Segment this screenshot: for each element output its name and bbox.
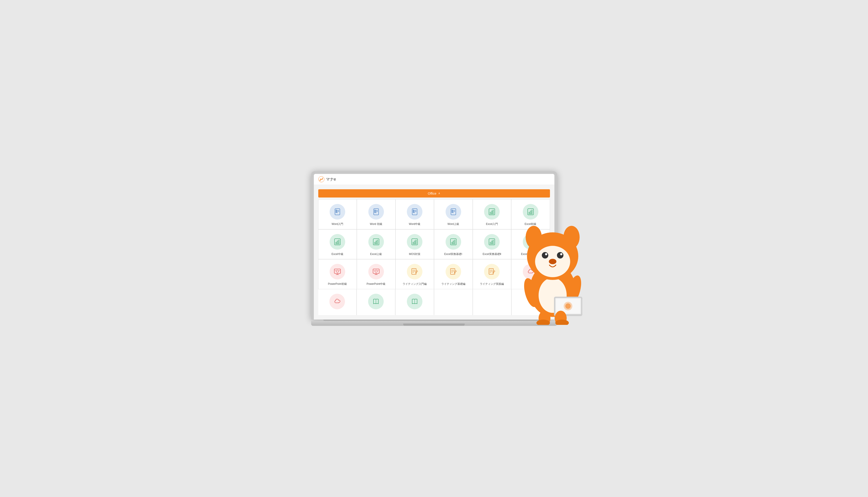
chart-bar-icon-circle: [446, 234, 461, 250]
svg-point-99: [557, 252, 563, 258]
course-cell-partial: [434, 289, 473, 315]
course-cell[interactable]: Excel入門: [473, 199, 511, 229]
document-list-icon-circle: [368, 204, 384, 219]
course-cell[interactable]: Excel初級: [511, 199, 550, 229]
cloud-icon-circle: [329, 294, 345, 309]
svg-point-1: [320, 180, 320, 181]
course-label: Word中級: [409, 222, 420, 226]
course-label: Office 365: [524, 282, 537, 286]
svg-rect-20: [413, 210, 414, 210]
document-list-icon-circle: [407, 204, 422, 219]
svg-rect-52: [453, 241, 454, 244]
chart-bar-icon-circle: [523, 204, 538, 219]
presentation-icon-circle: [368, 264, 384, 280]
course-label: ライティング実践編: [480, 282, 504, 286]
svg-line-71: [377, 270, 379, 271]
laptop-base: [311, 321, 557, 326]
course-label: Excel上級: [370, 252, 382, 256]
svg-rect-47: [413, 242, 414, 244]
laptop: マナe Office ∧ Wor: [311, 171, 557, 326]
svg-rect-59: [529, 242, 530, 244]
partial-row: [318, 289, 550, 315]
svg-rect-55: [490, 242, 491, 244]
section-header[interactable]: Office ∧: [318, 189, 550, 198]
document-list-icon-circle: [446, 204, 461, 219]
course-label: Excel初級: [524, 222, 536, 226]
scene: マナe Office ∧ Wor: [289, 171, 579, 326]
svg-rect-21: [413, 211, 414, 212]
cloud-icon-circle: [523, 264, 538, 280]
course-cell[interactable]: ライティング入門編: [396, 259, 434, 289]
svg-rect-106: [556, 299, 580, 313]
svg-point-100: [560, 253, 562, 255]
chart-bar-icon-circle: [368, 234, 384, 250]
svg-point-95: [564, 226, 580, 248]
course-cell[interactable]: Word入門: [318, 199, 357, 229]
app-content: Office ∧ Word入門 Word 初級: [314, 185, 554, 320]
course-label: Word上級: [448, 222, 459, 226]
svg-point-107: [564, 302, 573, 310]
document-list-icon-circle: [330, 204, 345, 219]
book-open-icon-circle: [407, 294, 422, 309]
svg-rect-51: [452, 242, 452, 244]
course-cell[interactable]: Excel実務基礎Ⅲ: [511, 230, 550, 259]
svg-rect-32: [491, 211, 492, 214]
svg-rect-13: [375, 210, 375, 210]
logo-icon: [318, 176, 324, 182]
svg-rect-35: [529, 212, 530, 214]
svg-rect-37: [532, 210, 532, 214]
svg-rect-56: [491, 241, 492, 244]
svg-rect-14: [375, 211, 375, 212]
course-cell-partial: [512, 289, 550, 315]
svg-rect-53: [454, 240, 455, 244]
course-cell[interactable]: ライティング基礎編: [434, 259, 473, 289]
course-cell[interactable]: Excel実務基礎Ⅰ: [434, 230, 473, 259]
course-cell[interactable]: PowerPoint初級: [318, 259, 357, 289]
logo-text: マナe: [326, 176, 336, 182]
svg-rect-40: [337, 241, 338, 244]
writing-icon-circle: [484, 264, 500, 280]
svg-rect-8: [336, 212, 336, 213]
svg-rect-33: [493, 210, 494, 214]
course-cell[interactable]: MOS対策: [396, 230, 434, 259]
svg-rect-7: [336, 211, 336, 212]
svg-point-112: [555, 320, 569, 325]
svg-rect-41: [338, 240, 339, 244]
course-cell-partial[interactable]: [395, 289, 434, 315]
svg-line-70: [374, 270, 375, 271]
course-cell[interactable]: PowerPoint中級: [357, 259, 395, 289]
chart-bar-icon-circle: [484, 204, 500, 219]
app-header: マナe: [314, 174, 554, 185]
svg-rect-45: [377, 240, 378, 244]
svg-rect-36: [530, 211, 531, 214]
chart-bar-icon-circle: [523, 234, 538, 250]
course-cell[interactable]: Word 初級: [357, 199, 395, 229]
svg-rect-27: [452, 210, 452, 210]
chevron-icon: ∧: [438, 192, 440, 195]
logo-area: マナe: [318, 176, 336, 182]
svg-rect-104: [554, 297, 582, 316]
course-cell-partial[interactable]: [357, 289, 395, 315]
course-label: MOS対策: [409, 252, 420, 256]
svg-rect-44: [376, 241, 377, 244]
section-title: Office: [428, 191, 436, 195]
course-cell[interactable]: Word中級: [396, 199, 434, 229]
presentation-icon-circle: [330, 264, 345, 280]
writing-icon-circle: [407, 264, 422, 280]
course-cell[interactable]: Excel中級: [318, 230, 357, 259]
course-cell[interactable]: Office 365: [511, 259, 550, 289]
course-label: Excel入門: [486, 222, 498, 226]
svg-line-64: [335, 270, 336, 271]
course-cell-partial[interactable]: [318, 289, 357, 315]
course-cell[interactable]: Excel上級: [357, 230, 395, 259]
course-cell[interactable]: Word上級: [434, 199, 473, 229]
chart-bar-icon-circle: [407, 234, 422, 250]
course-cell[interactable]: Excel実務基礎Ⅱ: [473, 230, 511, 259]
course-cell[interactable]: ライティング実践編: [473, 259, 511, 289]
svg-rect-57: [493, 240, 494, 244]
writing-icon-circle: [446, 264, 461, 280]
svg-line-65: [338, 270, 340, 271]
course-label: Excel実務基礎Ⅱ: [483, 252, 501, 256]
svg-rect-22: [413, 212, 414, 213]
course-label: PowerPoint初級: [328, 282, 347, 286]
